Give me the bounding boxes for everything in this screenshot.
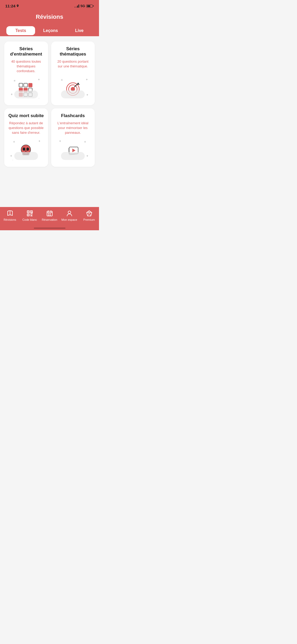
card-desc: 40 questions toutes thématiques confondu…: [8, 59, 44, 74]
card-desc: Répondez à autant de questions que possi…: [8, 121, 44, 135]
qr-icon: [26, 210, 34, 217]
svg-rect-0: [19, 83, 23, 87]
deco-plus: +: [59, 139, 61, 143]
main-content: Séries d'entraînement 40 questions toute…: [0, 36, 99, 175]
card-flashcards[interactable]: Flashcards L'entraînement idéal pour mém…: [51, 108, 95, 167]
svg-line-52: [89, 213, 91, 216]
deco-spark: ✳: [13, 79, 16, 82]
deco-plus2: +: [86, 93, 88, 97]
card-title: Flashcards: [61, 113, 85, 118]
bottom-nav: Révisions: [0, 207, 99, 228]
deco-plus2: +: [10, 154, 12, 158]
card-series-thematiques[interactable]: Séries thématiques 20 questions portant …: [51, 42, 95, 105]
header: Révisions Tests Leçons Live: [0, 10, 99, 36]
cards-grid: Séries d'entraînement 40 questions toute…: [4, 42, 95, 167]
svg-marker-47: [87, 211, 92, 216]
deco-plus: +: [38, 78, 40, 81]
nav-label-mon-espace: Mon espace: [62, 218, 77, 221]
target-illustration: + ✳ +: [55, 77, 91, 101]
deco-spark: ✳: [13, 140, 15, 143]
card-title: Quiz mort subite: [8, 113, 44, 118]
svg-point-16: [26, 148, 29, 151]
nav-label-revisions: Révisions: [4, 218, 16, 221]
spacer: [0, 175, 99, 207]
page-title: Révisions: [5, 13, 94, 20]
tab-lecons[interactable]: Leçons: [36, 25, 65, 36]
svg-rect-30: [28, 211, 29, 212]
svg-rect-44: [48, 215, 49, 215]
nav-item-revisions[interactable]: Révisions: [0, 210, 20, 221]
card-title: Séries thématiques: [55, 46, 91, 57]
book-icon: [6, 210, 14, 217]
user-icon: [66, 210, 73, 217]
svg-rect-2: [29, 83, 32, 87]
svg-rect-43: [50, 213, 51, 214]
deco-spark: ✳: [61, 79, 63, 81]
status-time: 11:24: [5, 4, 15, 8]
deco-plus2: +: [86, 154, 88, 158]
tab-tests[interactable]: Tests: [6, 26, 35, 35]
location-icon: [16, 4, 19, 8]
svg-line-51: [88, 213, 89, 216]
nav-label-code-blanc: Code blanc: [22, 218, 37, 221]
svg-rect-45: [50, 215, 51, 215]
deco-spark2: ·: [39, 97, 39, 100]
svg-rect-32: [28, 215, 29, 215]
deco-plus2: +: [11, 93, 13, 96]
skull-illustration: + + ✳ ·: [8, 139, 44, 163]
card-desc: 20 questions portant sur une thématique.: [55, 59, 91, 69]
battery-icon: [86, 4, 94, 8]
tabs-container: Tests Leçons Live: [5, 25, 94, 36]
nav-item-reservation[interactable]: Réservation: [40, 210, 59, 221]
deco-spark: ✳: [84, 140, 86, 143]
flashcard-illustration: + ✳ +: [55, 139, 91, 163]
nav-item-code-blanc[interactable]: Code blanc: [20, 210, 40, 221]
card-quiz-mort-subite[interactable]: Quiz mort subite Répondez à autant de qu…: [4, 108, 48, 167]
deco-plus: +: [39, 139, 40, 143]
nav-item-premium[interactable]: Premium: [79, 210, 99, 221]
svg-rect-42: [48, 213, 49, 214]
deco-plus: +: [86, 78, 88, 81]
home-bar: [34, 228, 65, 229]
page-wrapper: 11:24 5G Révisions Tests: [0, 0, 99, 230]
card-title: Séries d'entraînement: [8, 46, 44, 57]
home-indicator: [0, 228, 99, 230]
card-desc: L'entraînement idéal pour mémoriser les …: [55, 121, 91, 135]
network-label: 5G: [81, 4, 85, 8]
card-series-entrainement[interactable]: Séries d'entraînement 40 questions toute…: [4, 42, 48, 105]
status-icons: 5G: [74, 4, 94, 8]
nav-item-mon-espace[interactable]: Mon espace: [59, 210, 79, 221]
diamond-icon: [86, 210, 93, 217]
deco-spark2: ·: [12, 159, 13, 162]
signal-icon: [74, 4, 79, 8]
reservation-icon: [46, 210, 53, 217]
svg-rect-1: [24, 83, 27, 87]
nav-label-premium: Premium: [83, 218, 95, 221]
svg-point-15: [23, 148, 25, 151]
status-bar: 11:24 5G: [0, 0, 99, 10]
svg-point-46: [68, 211, 71, 214]
nav-label-reservation: Réservation: [42, 218, 57, 221]
tab-live[interactable]: Live: [65, 25, 94, 36]
svg-rect-31: [31, 211, 32, 212]
grid-illustration: + + ✳ ·: [8, 77, 44, 101]
